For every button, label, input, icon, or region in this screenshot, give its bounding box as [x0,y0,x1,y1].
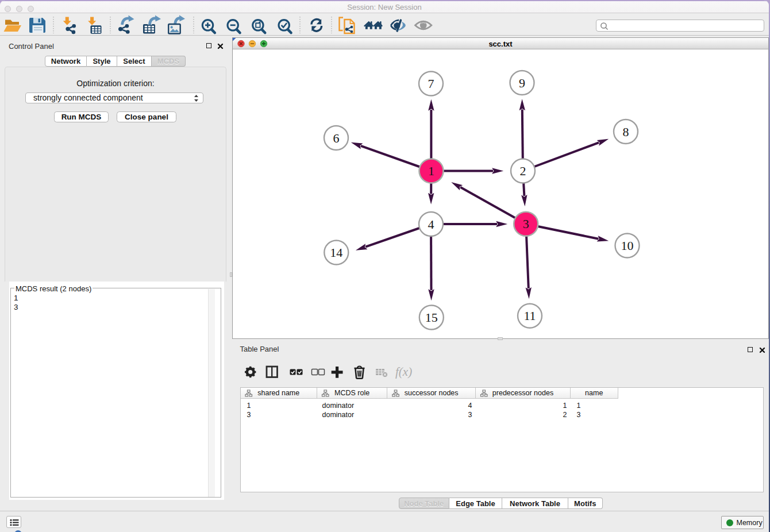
svg-text:10: 10 [621,238,634,253]
svg-text:3: 3 [523,217,529,231]
svg-text:9: 9 [519,76,525,90]
svg-text:11: 11 [523,309,536,323]
svg-text:7: 7 [428,76,434,91]
svg-text:6: 6 [333,131,340,145]
svg-text:8: 8 [623,125,629,139]
svg-text:4: 4 [428,217,434,232]
svg-text:2: 2 [520,164,526,178]
svg-text:1: 1 [428,164,434,178]
svg-text:f(x): f(x) [395,365,412,379]
svg-text:14: 14 [330,245,342,260]
svg-text:15: 15 [425,310,438,325]
